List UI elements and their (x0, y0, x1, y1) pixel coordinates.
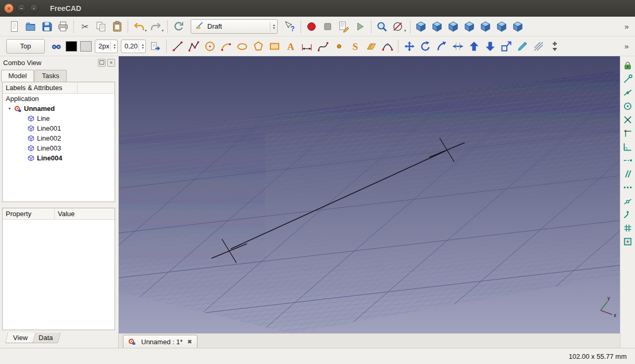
property-column-header[interactable]: Property (3, 208, 55, 219)
tree-item-line[interactable]: Line (3, 114, 115, 123)
draft-facebinder-button[interactable] (363, 38, 379, 54)
draft-offset-button[interactable] (433, 38, 450, 54)
snap-special-toggle[interactable] (621, 181, 634, 194)
snap-extension-toggle[interactable] (621, 154, 634, 167)
copy-button[interactable] (93, 18, 109, 34)
snap-parallel-toggle[interactable] (621, 168, 634, 180)
value-column-header[interactable]: Value (55, 208, 78, 219)
snap-near-toggle[interactable] (621, 195, 634, 207)
tree-item-application[interactable]: Application (3, 94, 115, 104)
cut-button[interactable]: ✂ (77, 18, 93, 34)
draft-polygon-button[interactable] (250, 38, 266, 54)
axonometric-view-button[interactable] (413, 18, 429, 34)
redo-button-dropdown[interactable]: ▾ (162, 29, 164, 33)
apply-style-button[interactable] (147, 38, 164, 54)
document-tab[interactable]: Unnamed : 1* ✖ (123, 335, 197, 348)
draft-point-button[interactable] (331, 38, 347, 54)
snap-center-toggle[interactable] (621, 100, 634, 112)
tab-tasks[interactable]: Tasks (34, 70, 66, 82)
fit-all-button[interactable] (374, 18, 390, 34)
float-panel-button[interactable] (98, 59, 106, 67)
tree-item-line003[interactable]: Line003 (3, 143, 115, 153)
snap-ortho-toggle[interactable] (621, 208, 634, 221)
macro-record-button[interactable] (304, 18, 320, 34)
tree-item-line002[interactable]: Line002 (3, 133, 115, 143)
draft-circle-button[interactable] (202, 38, 218, 54)
close-panel-button[interactable]: × (107, 59, 115, 67)
workbench-selector[interactable]: Draft▲▼ (191, 19, 278, 34)
macro-edit-button[interactable] (336, 18, 352, 34)
draft-shapestring-button[interactable]: S (347, 38, 363, 54)
draft-rectangle-button[interactable] (266, 38, 282, 54)
tab-model[interactable]: Model (1, 70, 34, 82)
paste-button[interactable] (109, 18, 125, 34)
front-view-button[interactable] (429, 18, 445, 34)
rear-view-button[interactable] (478, 18, 494, 34)
draft-rotate-button[interactable] (417, 38, 433, 54)
snap-lock-toggle[interactable] (621, 59, 634, 72)
save-document-button[interactable] (39, 18, 55, 34)
draft-bezier-button[interactable] (379, 38, 395, 54)
close-window-button[interactable]: × (4, 4, 14, 13)
freecad-window: × − ▫ FreeCAD ✂▾▾Draft▲▼?▾» Top2px▲▼0,20… (0, 0, 635, 364)
expander-icon[interactable]: ▼ (8, 107, 14, 110)
draft-wire-button[interactable] (185, 38, 202, 54)
draft-downgrade-button[interactable] (482, 38, 498, 54)
macro-execute-button[interactable] (352, 18, 368, 34)
whats-this-button[interactable]: ? (282, 18, 298, 34)
draft-line-button[interactable] (169, 38, 185, 54)
draft-upgrade-button[interactable] (466, 38, 482, 54)
snap-grid-toggle[interactable] (621, 222, 634, 234)
maximize-window-button[interactable]: ▫ (29, 4, 39, 13)
tree-item-line004[interactable]: Line004 (3, 153, 115, 163)
snap-midpoint-toggle[interactable] (621, 86, 634, 99)
3d-viewport[interactable]: xy (119, 56, 620, 333)
construction-mode-toggle[interactable] (48, 38, 64, 54)
draft-trimex-button[interactable] (450, 38, 466, 54)
draft-subelement-button[interactable] (530, 38, 546, 54)
line-width-spinner-arrows[interactable]: ▲▼ (110, 42, 116, 51)
draft-text-button[interactable]: A (282, 38, 298, 54)
draft-edit-button[interactable] (514, 38, 530, 54)
face-color-swatch[interactable] (80, 41, 92, 52)
draft-ellipse-button[interactable] (234, 38, 250, 54)
line-color-swatch[interactable] (66, 41, 77, 52)
top-view-button[interactable] (445, 18, 462, 34)
workbench-selector-spinner[interactable]: ▲▼ (270, 22, 276, 31)
draft-dimension-button[interactable] (298, 38, 315, 54)
draft-move-button[interactable] (401, 38, 417, 54)
text-size-spinner[interactable]: 0,20▲▼ (121, 40, 146, 53)
refresh-button[interactable] (170, 18, 186, 34)
draft-addpoint-button[interactable] (546, 38, 563, 54)
left-view-button[interactable] (510, 18, 526, 34)
snap-perpendicular-toggle[interactable] (621, 141, 634, 153)
close-document-tab-button[interactable]: ✖ (188, 338, 192, 345)
snap-endpoint-toggle[interactable] (621, 73, 634, 85)
snap-intersection-toggle[interactable] (621, 127, 634, 140)
undo-button-dropdown[interactable]: ▾ (145, 29, 147, 33)
tree-column-header[interactable]: Labels & Attributes (3, 82, 115, 94)
working-plane-button[interactable]: Top (6, 39, 45, 54)
macro-stop-button[interactable] (320, 18, 336, 34)
line-width-spinner[interactable]: 2px▲▼ (95, 40, 118, 53)
bottom-view-button[interactable] (494, 18, 510, 34)
titlebar: × − ▫ FreeCAD (0, 0, 635, 17)
right-view-button[interactable] (462, 18, 478, 34)
text-size-spinner-arrows[interactable]: ▲▼ (139, 42, 144, 51)
toolbar-draft-overflow[interactable]: » (622, 42, 631, 51)
snap-workingplane-toggle[interactable] (621, 235, 634, 248)
draft-bspline-button[interactable] (315, 38, 331, 54)
draft-arc-button[interactable] (218, 38, 234, 54)
draft-scale-button[interactable] (498, 38, 514, 54)
tree-item-document[interactable]: ▼ Unnamed (3, 104, 115, 114)
3d-scene[interactable]: xy (119, 56, 620, 333)
tree-item-line001[interactable]: Line001 (3, 123, 115, 133)
print-button[interactable] (55, 18, 71, 34)
minimize-window-button[interactable]: − (17, 4, 26, 13)
new-document-button[interactable] (6, 18, 22, 34)
open-document-button[interactable] (22, 18, 39, 34)
draw-style-button-dropdown[interactable]: ▾ (404, 29, 406, 33)
toolbar-file-overflow[interactable]: » (622, 22, 631, 31)
snap-angle-toggle[interactable] (621, 114, 634, 126)
tab-view[interactable]: View (5, 333, 36, 343)
